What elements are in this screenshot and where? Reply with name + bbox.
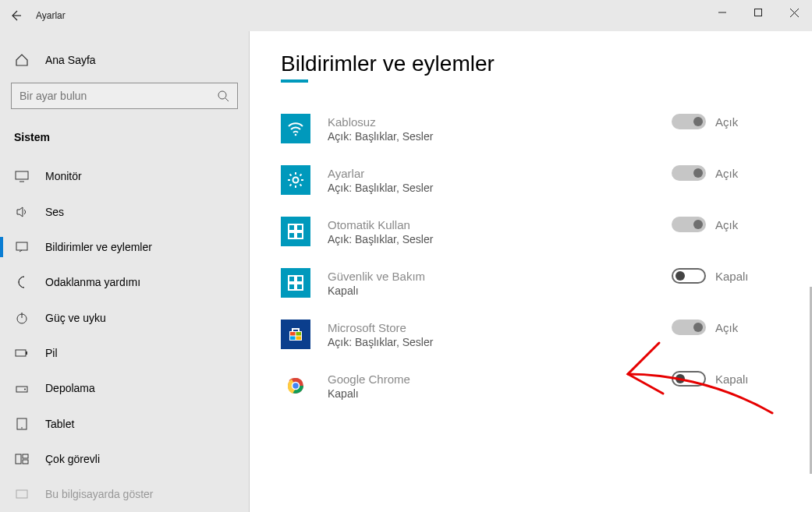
toggle-state-label: Kapalı	[715, 270, 749, 283]
app-name: Microsoft Store	[328, 321, 672, 334]
window-title: Ayarlar	[36, 10, 66, 21]
titlebar: Ayarlar	[0, 0, 812, 31]
svg-point-16	[293, 178, 299, 183]
svg-rect-24	[296, 284, 303, 290]
arrow-left-icon	[9, 9, 22, 22]
back-button[interactable]	[0, 0, 31, 31]
maximize-icon	[754, 9, 762, 16]
page-title: Bildirimler ve eylemler	[281, 51, 781, 76]
svg-rect-13	[23, 460, 28, 464]
app-row[interactable]: AyarlarAçık: Başlıklar, SeslerAçık	[281, 154, 781, 206]
gear-icon	[281, 165, 310, 195]
search-box[interactable]	[11, 83, 238, 109]
app-subtext: Açık: Başlıklar, Sesler	[328, 182, 672, 194]
svg-rect-5	[16, 350, 26, 356]
app-info: AyarlarAçık: Başlıklar, Sesler	[328, 165, 672, 194]
toggle-switch[interactable]	[672, 320, 706, 335]
project-icon	[14, 487, 30, 501]
sidebar-item-battery[interactable]: Pil	[0, 335, 249, 370]
svg-rect-20	[296, 232, 303, 238]
home-label: Ana Sayfa	[45, 54, 96, 66]
sidebar-item-label: Tablet	[45, 418, 74, 430]
battery-icon	[14, 346, 30, 360]
toggle-switch[interactable]	[672, 217, 706, 232]
app-info: KablosuzAçık: Başlıklar, Sesler	[328, 114, 672, 143]
app-row[interactable]: Otomatik KullanAçık: Başlıklar, SeslerAç…	[281, 206, 781, 257]
wifi-icon	[281, 114, 310, 143]
toggle-state-label: Açık	[715, 321, 738, 334]
sidebar-item-multitask[interactable]: Çok görevli	[0, 441, 249, 476]
svg-rect-28	[290, 337, 296, 341]
sidebar-item-project[interactable]: Bu bilgisayarda göster	[0, 477, 249, 512]
app-subtext: Kapalı	[328, 387, 672, 400]
toggle-state-label: Açık	[715, 115, 738, 129]
maximize-button[interactable]	[740, 0, 776, 25]
svg-point-10	[21, 427, 23, 429]
toggle-switch[interactable]	[672, 165, 706, 181]
app-name: Google Chrome	[328, 373, 672, 386]
notification-icon	[14, 240, 30, 254]
toggle-switch[interactable]	[672, 268, 706, 284]
monitor-icon	[14, 169, 30, 183]
svg-rect-18	[296, 224, 303, 231]
toggle-switch[interactable]	[672, 371, 706, 387]
sidebar-item-label: Depolama	[45, 382, 95, 394]
tablet-icon	[14, 417, 30, 431]
svg-point-1	[218, 91, 226, 99]
app-info: Google ChromeKapalı	[328, 371, 672, 400]
toggle-state-label: Kapalı	[715, 373, 749, 386]
sidebar-item-power[interactable]: Güç ve uyku	[0, 300, 249, 335]
svg-rect-14	[16, 490, 27, 498]
sidebar-item-sound[interactable]: Ses	[0, 194, 249, 229]
app-info: Microsoft StoreAçık: Başlıklar, Sesler	[328, 320, 672, 348]
toggle-state-label: Açık	[715, 218, 738, 231]
sidebar-item-storage[interactable]: Depolama	[0, 371, 249, 406]
store-icon	[281, 320, 310, 349]
app-subtext: Kapalı	[328, 284, 672, 297]
app-info: Otomatik KullanAçık: Başlıklar, Sesler	[328, 217, 672, 245]
moon-icon	[14, 275, 30, 289]
search-icon	[217, 90, 229, 102]
svg-rect-22	[296, 276, 303, 282]
svg-rect-27	[296, 332, 302, 336]
search-input[interactable]	[20, 90, 217, 102]
sidebar-group-label: Sistem	[0, 120, 249, 159]
sidebar-item-label: Pil	[45, 347, 58, 359]
close-button[interactable]	[776, 0, 812, 25]
home-link[interactable]: Ana Sayfa	[0, 45, 249, 75]
app-row[interactable]: Microsoft StoreAçık: Başlıklar, SeslerAç…	[281, 309, 781, 360]
sidebar-item-tablet[interactable]: Tablet	[0, 406, 249, 441]
main-content: Bildirimler ve eylemler KablosuzAçık: Ba…	[250, 31, 812, 512]
sidebar-item-label: Monitör	[45, 170, 82, 182]
svg-rect-19	[289, 232, 295, 238]
app-row[interactable]: KablosuzAçık: Başlıklar, SeslerAçık	[281, 103, 781, 154]
app-row[interactable]: Google ChromeKapalıKapalı	[281, 360, 781, 411]
power-icon	[14, 311, 30, 325]
svg-point-8	[24, 389, 26, 390]
sound-icon	[14, 205, 30, 219]
svg-rect-2	[16, 171, 28, 179]
sidebar-item-notifications[interactable]: Bildirimler ve eylemler	[0, 229, 249, 264]
storage-icon	[14, 381, 30, 395]
svg-rect-11	[16, 454, 21, 464]
sidebar-item-label: Odaklanma yardımı	[45, 276, 140, 288]
svg-rect-6	[26, 351, 27, 355]
sidebar-item-monitor[interactable]: Monitör	[0, 159, 249, 194]
svg-rect-21	[289, 276, 295, 282]
app-name: Ayarlar	[328, 167, 672, 180]
app-name: Güvenlik ve Bakım	[328, 270, 672, 283]
sidebar-item-focus[interactable]: Odaklanma yardımı	[0, 265, 249, 300]
app-info: Güvenlik ve BakımKapalı	[328, 268, 672, 297]
app-row[interactable]: Güvenlik ve BakımKapalıKapalı	[281, 257, 781, 309]
minimize-icon	[718, 9, 726, 16]
svg-rect-12	[23, 454, 28, 458]
page-title-underline	[281, 79, 308, 83]
sidebar-item-label: Bu bilgisayarda göster	[45, 488, 154, 500]
svg-rect-17	[289, 224, 295, 231]
minimize-button[interactable]	[704, 0, 740, 25]
sidebar-item-label: Güç ve uyku	[45, 312, 106, 324]
toggle-switch[interactable]	[672, 114, 706, 129]
svg-rect-29	[296, 337, 302, 341]
app-subtext: Açık: Başlıklar, Sesler	[328, 130, 672, 143]
sidebar-item-label: Ses	[45, 206, 64, 218]
